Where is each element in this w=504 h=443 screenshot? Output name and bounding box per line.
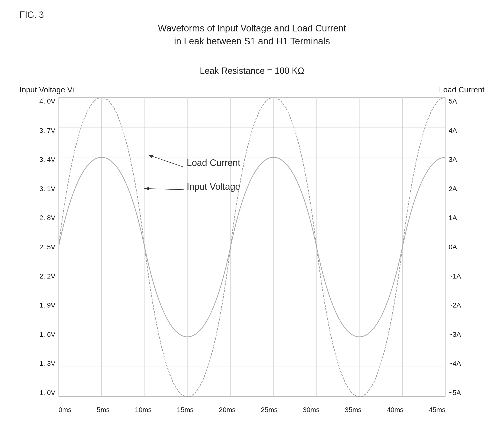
x-tick-6: 30ms — [303, 406, 319, 414]
y-left-tick-10: 1. 0V — [39, 389, 55, 397]
y-right-tick-2: 3A — [449, 156, 457, 164]
fig-label: FIG. 3 — [19, 10, 44, 20]
y-left-tick-5: 2. 5V — [39, 243, 55, 251]
y-left-tick-3: 3. 1V — [39, 185, 55, 193]
title-line1: Waveforms of Input Voltage and Load Curr… — [0, 22, 504, 35]
title-line2: in Leak between S1 and H1 Terminals — [0, 35, 504, 48]
y-axis-left-label: Input Voltage Vi — [19, 85, 74, 94]
sub-title: Leak Resistance = 100 KΩ — [0, 66, 504, 76]
y-left-ticks: 4. 0V 3. 7V 3. 4V 3. 1V 2. 8V 2. 5V 2. 2… — [19, 98, 57, 397]
x-axis-ticks: 0ms 5ms 10ms 15ms 20ms 25ms 30ms 35ms 40… — [58, 406, 446, 414]
y-left-tick-0: 4. 0V — [39, 98, 55, 105]
y-right-tick-1: 4A — [449, 127, 457, 135]
y-right-tick-3: 2A — [449, 185, 457, 193]
y-right-tick-4: 1A — [449, 214, 457, 222]
x-tick-0: 0ms — [58, 406, 72, 414]
y-left-tick-4: 2. 8V — [39, 214, 55, 222]
svg-text:Input Voltage: Input Voltage — [187, 181, 240, 192]
y-right-ticks: 5A 4A 3A 2A 1A 0A ~1A ~2A ~3A ~4A ~5A — [447, 98, 485, 397]
x-tick-5: 25ms — [261, 406, 277, 414]
x-tick-4: 20ms — [219, 406, 235, 414]
y-right-tick-9: ~4A — [449, 360, 461, 367]
x-tick-2: 10ms — [135, 406, 151, 414]
y-left-tick-2: 3. 4V — [39, 156, 55, 164]
y-right-tick-10: ~5A — [449, 389, 461, 397]
x-tick-9: 45ms — [429, 406, 445, 414]
x-tick-8: 40ms — [387, 406, 403, 414]
y-right-tick-7: ~2A — [449, 301, 461, 309]
y-right-tick-0: 5A — [449, 98, 457, 105]
main-title: Waveforms of Input Voltage and Load Curr… — [0, 22, 504, 48]
chart-area: Load Current Input Voltage — [58, 98, 446, 397]
svg-text:Load Current: Load Current — [187, 157, 240, 168]
y-left-tick-8: 1. 6V — [39, 331, 55, 339]
x-tick-1: 5ms — [97, 406, 110, 414]
y-right-tick-8: ~3A — [449, 331, 461, 339]
y-axis-right-label: Load Current — [439, 85, 485, 94]
chart-svg: Load Current Input Voltage — [58, 98, 446, 397]
y-left-tick-7: 1. 9V — [39, 301, 55, 309]
x-tick-7: 35ms — [345, 406, 361, 414]
y-right-tick-5: 0A — [449, 243, 457, 251]
x-tick-3: 15ms — [177, 406, 193, 414]
chart-container: Input Voltage Vi Load Current — [19, 83, 485, 414]
y-left-tick-6: 2. 2V — [39, 273, 55, 280]
page: FIG. 3 Waveforms of Input Voltage and Lo… — [0, 0, 504, 443]
y-left-tick-1: 3. 7V — [39, 127, 55, 135]
y-right-tick-6: ~1A — [449, 273, 461, 280]
y-left-tick-9: 1. 3V — [39, 360, 55, 367]
